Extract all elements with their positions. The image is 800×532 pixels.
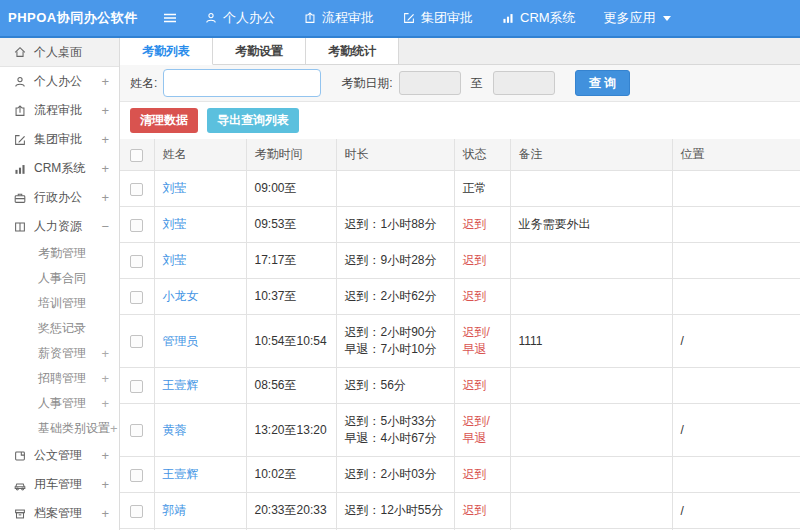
row-checkbox[interactable] xyxy=(130,505,143,518)
nav-item-label: 流程审批 xyxy=(322,9,374,27)
expand-plus-icon[interactable]: + xyxy=(110,421,118,436)
sidebar-subitem-base-category-settings[interactable]: 基础类别设置+ xyxy=(0,416,119,441)
sidebar-item-label: 档案管理 xyxy=(34,505,101,522)
status-badge: 正常 xyxy=(454,171,510,207)
date-label: 考勤日期: xyxy=(341,75,392,92)
status-badge: 迟到 xyxy=(454,207,510,243)
status-badge: 迟到 xyxy=(454,279,510,315)
date-to-input[interactable] xyxy=(493,71,555,95)
select-all-checkbox[interactable] xyxy=(130,149,143,162)
sidebar-item-project-management[interactable]: 项目管理+ xyxy=(0,528,119,530)
employee-name-link[interactable]: 管理员 xyxy=(163,334,199,348)
employee-name-link[interactable]: 王壹辉 xyxy=(163,378,199,392)
duration-line: 迟到：2小时03分 xyxy=(345,466,446,483)
chart-icon xyxy=(501,11,515,25)
employee-name-link[interactable]: 刘莹 xyxy=(163,217,187,231)
expand-plus-icon[interactable]: + xyxy=(101,190,109,205)
sidebar-item-crm-system[interactable]: CRM系统+ xyxy=(0,154,119,183)
sidebar-subitem-attendance-management[interactable]: 考勤管理 xyxy=(0,241,119,266)
employee-name-link[interactable]: 黄蓉 xyxy=(163,423,187,437)
employee-name-link[interactable]: 王壹辉 xyxy=(163,467,199,481)
nav-item-crm-system[interactable]: CRM系统 xyxy=(487,0,590,36)
column-header: 备注 xyxy=(510,139,672,171)
expand-plus-icon[interactable]: + xyxy=(101,74,109,89)
remark-cell xyxy=(510,404,672,457)
status-badge: 迟到 xyxy=(454,529,510,531)
location-cell: / xyxy=(672,529,800,531)
sidebar-subitem-personnel-contract[interactable]: 人事合同 xyxy=(0,266,119,291)
sidebar-subitem-recruitment-management[interactable]: 招聘管理+ xyxy=(0,366,119,391)
employee-name-link[interactable]: 郭靖 xyxy=(163,503,187,517)
date-from-input[interactable] xyxy=(399,71,461,95)
tab-attendance-list[interactable]: 考勤列表 xyxy=(120,38,213,65)
sidebar-item-vehicle-management[interactable]: 用车管理+ xyxy=(0,470,119,499)
expand-plus-icon[interactable]: + xyxy=(101,396,109,411)
row-checkbox[interactable] xyxy=(130,424,143,437)
status-badge: 迟到 xyxy=(454,368,510,404)
sidebar-submenu-human-resources: 考勤管理人事合同培训管理奖惩记录薪资管理+招聘管理+人事管理+基础类别设置+ xyxy=(0,241,119,441)
expand-plus-icon[interactable]: + xyxy=(101,448,109,463)
employee-name-link[interactable]: 刘莹 xyxy=(163,181,187,195)
sidebar-item-archive-management[interactable]: 档案管理+ xyxy=(0,499,119,528)
sidebar-item-label: 个人办公 xyxy=(34,73,101,90)
duration-line: 迟到：9小时28分 xyxy=(345,252,446,269)
name-input[interactable] xyxy=(163,69,321,97)
attendance-time-cell: 09:00至 xyxy=(246,171,336,207)
row-checkbox[interactable] xyxy=(130,219,143,232)
sidebar-subitem-reward-records[interactable]: 奖惩记录 xyxy=(0,316,119,341)
duration-line: 迟到：56分 xyxy=(345,377,446,394)
duration-line: 早退：7小时10分 xyxy=(345,341,446,358)
sidebar-subitem-label: 人事管理 xyxy=(38,395,101,412)
nav-item-workflow-approval[interactable]: 流程审批 xyxy=(289,0,388,36)
sidebar-item-personal-desktop[interactable]: 个人桌面 xyxy=(0,38,119,67)
sidebar-item-group-approval[interactable]: 集团审批+ xyxy=(0,125,119,154)
attendance-time-cell: 20:32至20:32 xyxy=(246,529,336,531)
employee-name-link[interactable]: 刘莹 xyxy=(163,253,187,267)
query-button[interactable]: 查 询 xyxy=(575,70,630,96)
row-checkbox[interactable] xyxy=(130,469,143,482)
sidebar-subitem-label: 考勤管理 xyxy=(38,245,109,262)
expand-plus-icon[interactable]: + xyxy=(101,477,109,492)
nav-item-group-approval[interactable]: 集团审批 xyxy=(388,0,487,36)
sidebar-item-admin-office[interactable]: 行政办公+ xyxy=(0,183,119,212)
name-label: 姓名: xyxy=(130,75,157,92)
collapse-minus-icon[interactable]: − xyxy=(101,219,109,234)
clear-data-button[interactable]: 清理数据 xyxy=(130,108,198,133)
sidebar-subitem-salary-management[interactable]: 薪资管理+ xyxy=(0,341,119,366)
sidebar-item-personal-office[interactable]: 个人办公+ xyxy=(0,67,119,96)
row-checkbox[interactable] xyxy=(130,291,143,304)
sidebar-subitem-training-management[interactable]: 培训管理 xyxy=(0,291,119,316)
remark-cell xyxy=(510,279,672,315)
expand-plus-icon[interactable]: + xyxy=(101,132,109,147)
row-checkbox[interactable] xyxy=(130,335,143,348)
export-list-button[interactable]: 导出查询列表 xyxy=(207,108,299,133)
sidebar-subitem-personnel-management[interactable]: 人事管理+ xyxy=(0,391,119,416)
sidebar-item-label: 个人桌面 xyxy=(34,44,109,61)
expand-plus-icon[interactable]: + xyxy=(101,161,109,176)
expand-plus-icon[interactable]: + xyxy=(101,346,109,361)
row-checkbox[interactable] xyxy=(130,380,143,393)
table-body: 刘莹09:00至正常刘莹09:53至迟到：1小时88分迟到业务需要外出刘莹17:… xyxy=(120,171,800,531)
status-badge: 迟到 xyxy=(454,243,510,279)
sidebar-item-human-resources[interactable]: 人力资源− xyxy=(0,212,119,241)
nav-item-personal-office[interactable]: 个人办公 xyxy=(190,0,289,36)
employee-name-link[interactable]: 小龙女 xyxy=(163,289,199,303)
main-layout: 个人桌面个人办公+流程审批+集团审批+CRM系统+行政办公+人力资源−考勤管理人… xyxy=(0,38,800,530)
user-icon xyxy=(204,11,218,25)
expand-plus-icon[interactable]: + xyxy=(101,371,109,386)
row-checkbox[interactable] xyxy=(130,183,143,196)
expand-plus-icon[interactable]: + xyxy=(101,103,109,118)
nav-item-more-apps[interactable]: 更多应用 xyxy=(590,0,685,36)
sidebar-item-workflow-approval[interactable]: 流程审批+ xyxy=(0,96,119,125)
sidebar-item-label: 行政办公 xyxy=(34,189,101,206)
hamburger-icon[interactable] xyxy=(150,10,190,26)
column-header: 状态 xyxy=(454,139,510,171)
remark-cell: 1111 xyxy=(510,315,672,368)
row-checkbox[interactable] xyxy=(130,255,143,268)
sidebar-subitem-label: 招聘管理 xyxy=(38,370,101,387)
tab-attendance-settings[interactable]: 考勤设置 xyxy=(213,38,306,64)
tab-attendance-statistics[interactable]: 考勤统计 xyxy=(306,38,399,64)
remark-cell xyxy=(510,243,672,279)
sidebar-item-document-management[interactable]: 公文管理+ xyxy=(0,441,119,470)
expand-plus-icon[interactable]: + xyxy=(101,506,109,521)
